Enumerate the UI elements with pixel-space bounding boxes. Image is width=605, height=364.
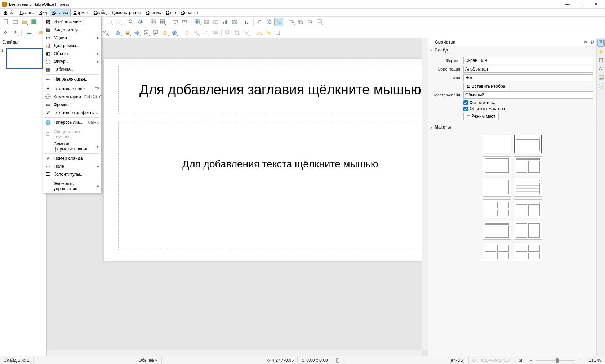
display-views-button[interactable]: ▾ bbox=[158, 18, 167, 26]
slide-section-header[interactable]: ⌄Слайд bbox=[428, 46, 596, 54]
close-button[interactable]: ✕ bbox=[589, 0, 603, 8]
status-signature[interactable] bbox=[332, 356, 344, 364]
new-doc-button[interactable]: ▾ bbox=[1, 18, 10, 26]
menu-формат[interactable]: Формат bbox=[71, 9, 91, 16]
menu-item-текстовое-поле[interactable]: AТекстовое полеF2 bbox=[43, 85, 101, 93]
status-zoom-value[interactable]: 111 % bbox=[585, 356, 605, 364]
orientation-select[interactable]: Альбомная bbox=[463, 66, 593, 73]
title-placeholder[interactable]: Для добавления заглавия щёлкните мышью bbox=[118, 66, 428, 114]
sidebar-tab-gallery[interactable] bbox=[597, 73, 605, 81]
slide-canvas[interactable]: Для добавления заглавия щёлкните мышью Д… bbox=[104, 59, 428, 261]
layout-option-1[interactable] bbox=[514, 135, 542, 153]
layout-slide-button[interactable]: ▾ bbox=[315, 18, 324, 26]
master-slide-select[interactable]: Обычный bbox=[463, 91, 593, 99]
menu-item-элементы-управления[interactable]: Элементы управления▶ bbox=[43, 180, 101, 192]
menu-item-направляющая[interactable]: ⊹Направляющая... bbox=[43, 75, 101, 83]
basic-shapes-button[interactable]: ▾ bbox=[114, 28, 123, 37]
menu-демонстрация[interactable]: Демонстрация bbox=[109, 9, 143, 16]
stars-button[interactable]: ▾ bbox=[161, 28, 169, 37]
menu-справка[interactable]: Справка bbox=[178, 9, 200, 16]
sidebar-tab-transitions[interactable] bbox=[597, 48, 605, 55]
extrude-button[interactable] bbox=[273, 28, 282, 37]
master-mode-button[interactable]: ▢ Режим маст bbox=[463, 113, 499, 120]
status-lang[interactable]: (en-US) bbox=[446, 356, 469, 364]
content-placeholder[interactable]: Для добавления текста щёлкните мышью bbox=[118, 122, 428, 250]
menu-item-медиа[interactable]: ▭Медиа▶ bbox=[43, 34, 101, 42]
menu-файл[interactable]: Файл bbox=[1, 9, 17, 16]
insert-textbox-button[interactable]: A bbox=[230, 18, 239, 26]
insert-hyperlink-button[interactable] bbox=[265, 18, 273, 26]
menu-item-символ-форматирования[interactable]: Символ форматирования▶ bbox=[43, 140, 101, 153]
vertical-scrollbar[interactable] bbox=[422, 38, 428, 350]
layout-option-2[interactable] bbox=[483, 156, 511, 175]
presentation-button[interactable] bbox=[171, 18, 179, 26]
minimize-button[interactable]: — bbox=[560, 0, 574, 8]
sidebar-tab-master[interactable]: A bbox=[597, 65, 605, 73]
points-button[interactable] bbox=[255, 28, 263, 37]
master-objects-checkbox[interactable] bbox=[463, 107, 468, 111]
distribute-button[interactable] bbox=[211, 28, 219, 37]
layout-option-5[interactable] bbox=[514, 178, 542, 197]
menu-item-колонтитулы[interactable]: ☰Колонтитулы... bbox=[43, 170, 101, 178]
slide-canvas-area[interactable]: Для добавления заглавия щёлкните мышью Д… bbox=[47, 38, 428, 356]
layout-option-11[interactable] bbox=[514, 243, 542, 261]
menu-слайд[interactable]: Слайд bbox=[91, 9, 109, 16]
insert-table-button[interactable]: ▾ bbox=[193, 18, 201, 26]
templates-button[interactable] bbox=[11, 18, 19, 26]
layout-option-7[interactable] bbox=[514, 199, 542, 218]
layout-option-3[interactable] bbox=[514, 156, 542, 175]
delete-slide-button[interactable]: × bbox=[306, 18, 314, 26]
draw-functions-button[interactable] bbox=[274, 18, 283, 26]
insert-chart-button[interactable] bbox=[221, 18, 230, 26]
new-slide-button[interactable]: +▾ bbox=[287, 18, 295, 26]
menu-item-фрейм[interactable]: ▭Фрейм... bbox=[43, 101, 101, 109]
insert-image-button-sidebar[interactable]: 🖼 Вставить изобра bbox=[463, 83, 508, 90]
shadow-button[interactable] bbox=[223, 28, 232, 37]
menu-item-номер-слайда[interactable]: #Номер слайда bbox=[43, 154, 101, 162]
background-select[interactable]: Нет bbox=[463, 74, 593, 81]
menu-правка[interactable]: Правка bbox=[17, 9, 37, 16]
block-arrows-button[interactable]: ▾ bbox=[133, 28, 141, 37]
slide-thumbnail[interactable]: 1 bbox=[1, 48, 45, 69]
connector-tool-button[interactable]: ▾ bbox=[101, 28, 110, 37]
menu-item-изображение[interactable]: 🖼Изображение... bbox=[43, 18, 101, 26]
select-tool-button[interactable] bbox=[1, 28, 10, 37]
menu-item-таблица[interactable]: ▦Таблица... bbox=[43, 66, 101, 73]
menu-item-объект[interactable]: ◧Объект▶ bbox=[43, 50, 101, 58]
layout-option-10[interactable] bbox=[483, 243, 511, 261]
properties-close-icon[interactable]: ✕ bbox=[584, 40, 587, 45]
crop-button[interactable] bbox=[233, 28, 241, 37]
menu-item-текстовые-эффекты[interactable]: 𝐹Текстовые эффекты... bbox=[43, 109, 101, 117]
dup-slide-button[interactable] bbox=[296, 18, 305, 26]
menu-item-поле[interactable]: ▭Поле▶ bbox=[43, 162, 101, 170]
format-select[interactable]: Экран 16:9 bbox=[463, 57, 593, 64]
find-button[interactable] bbox=[127, 18, 135, 26]
menu-окно[interactable]: Окно bbox=[164, 9, 179, 16]
menu-item-комментарий[interactable]: 💬КомментарийCtrl+Alt+C bbox=[43, 93, 101, 101]
layout-option-6[interactable] bbox=[483, 199, 511, 218]
arrange-button[interactable]: ▾ bbox=[201, 28, 210, 37]
status-zoom-slider[interactable]: −+ bbox=[526, 356, 585, 364]
flowchart-button[interactable]: ▾ bbox=[142, 28, 151, 37]
sidebar-tab-navigator[interactable] bbox=[597, 82, 605, 90]
horizontal-scrollbar[interactable] bbox=[47, 350, 422, 356]
insert-fontwork-button[interactable]: F bbox=[255, 18, 264, 26]
insert-image-button[interactable] bbox=[202, 18, 211, 26]
menu-item-видео-и-звук[interactable]: 🎬Видео и звук... bbox=[43, 26, 101, 34]
display-grid-button[interactable] bbox=[149, 18, 157, 26]
insert-specialchar-button[interactable]: Ω bbox=[243, 18, 252, 26]
presentation-first-button[interactable] bbox=[180, 18, 189, 26]
undo-button[interactable]: ▾ bbox=[105, 18, 114, 26]
menu-вид[interactable]: Вид bbox=[37, 9, 50, 16]
3d-button[interactable]: ▾ bbox=[170, 28, 179, 37]
layouts-section-header[interactable]: ⌄Макеты bbox=[428, 123, 596, 131]
align-button[interactable]: ▾ bbox=[192, 28, 201, 37]
save-button[interactable]: ▾ bbox=[30, 18, 38, 26]
menu-вставка[interactable]: Вставка bbox=[50, 9, 71, 16]
layout-option-9[interactable] bbox=[514, 221, 542, 240]
menu-item-гиперссылка[interactable]: 🌐Гиперссылка...Ctrl+K bbox=[43, 118, 101, 126]
layout-option-4[interactable] bbox=[483, 178, 511, 197]
layout-option-8[interactable] bbox=[483, 221, 511, 240]
sidebar-tab-properties[interactable] bbox=[597, 39, 605, 47]
spellcheck-button[interactable]: Abc bbox=[136, 18, 145, 26]
